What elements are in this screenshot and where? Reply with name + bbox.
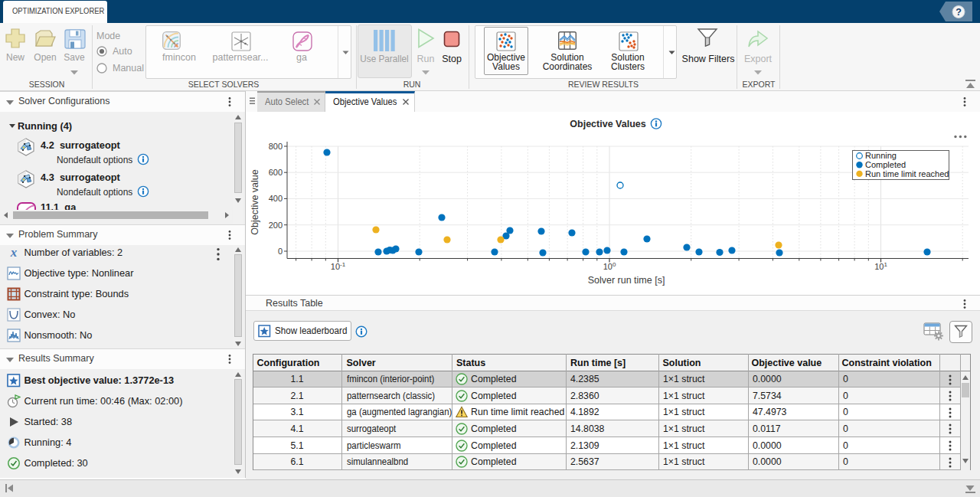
svg-text:101: 101 bbox=[874, 261, 887, 271]
svg-text:Objective value: Objective value bbox=[250, 169, 260, 235]
svg-text:Objective Values: Objective Values bbox=[570, 119, 645, 129]
svg-text:?: ? bbox=[956, 7, 962, 18]
svg-text:10-1: 10-1 bbox=[331, 261, 346, 271]
svg-text:Completed: Completed bbox=[865, 160, 906, 169]
svg-text:100: 100 bbox=[603, 261, 616, 271]
svg-text:400: 400 bbox=[269, 194, 283, 203]
svg-text:Run time limit reached: Run time limit reached bbox=[865, 169, 949, 178]
svg-text:600: 600 bbox=[269, 168, 283, 177]
svg-text:0: 0 bbox=[278, 247, 283, 256]
svg-text:x: x bbox=[10, 246, 18, 260]
svg-text:Running: Running bbox=[865, 151, 897, 160]
svg-text:200: 200 bbox=[269, 221, 283, 230]
svg-text:800: 800 bbox=[269, 142, 283, 151]
svg-text:Solver run time [s]: Solver run time [s] bbox=[588, 275, 665, 286]
